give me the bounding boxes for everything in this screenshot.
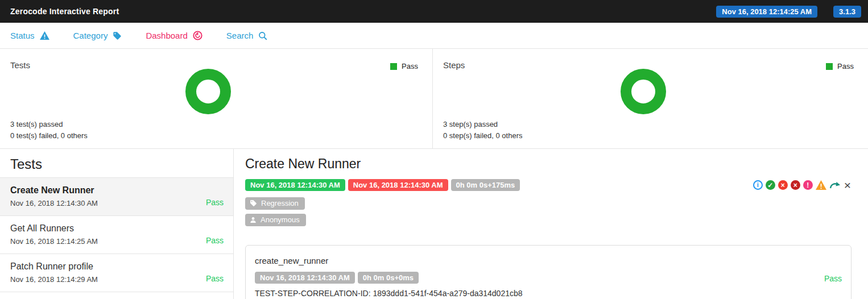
report-timestamp-badge: Nov 16, 2018 12:14:25 AM — [716, 6, 817, 18]
step-duration-badge: 0h 0m 0s+0ms — [358, 272, 419, 284]
step-badge-row: Nov 16, 2018 12:14:30 AM 0h 0m 0s+0ms — [255, 272, 842, 284]
error-circle-icon[interactable]: × — [791, 180, 800, 190]
tests-chart-title: Tests — [10, 60, 30, 70]
tests-list-title: Tests — [0, 149, 233, 178]
author-tag-line: Anonymous — [245, 214, 852, 226]
info-icon[interactable]: i — [753, 180, 763, 190]
legend-pass-swatch — [390, 63, 397, 70]
search-icon — [258, 31, 267, 40]
category-tag-line: Regression — [245, 197, 852, 210]
test-item-name: Get All Runners — [10, 223, 223, 234]
nav-dashboard-label: Dashboard — [146, 31, 187, 40]
test-item-status-badge: Pass — [206, 274, 224, 283]
version-badge: 3.1.3 — [833, 6, 861, 18]
nav-dashboard[interactable]: Dashboard — [146, 31, 202, 40]
step-time-badge: Nov 16, 2018 12:14:30 AM — [255, 272, 355, 284]
category-tag-label: Regression — [261, 199, 299, 207]
test-item-date: Nov 16, 2018 12:14:25 AM — [10, 237, 223, 246]
dashboard-gauge-icon — [193, 31, 202, 40]
detail-title: Create New Runner — [245, 156, 852, 172]
tests-chart-panel: Tests Pass 3 test(s) passed 0 test(s) fa… — [0, 49, 433, 148]
steps-passed-summary: 3 step(s) passed — [443, 119, 522, 130]
test-list-item-patch-runner-profile[interactable]: Patch Runner profile Nov 16, 2018 12:14:… — [0, 254, 233, 292]
steps-failed-summary: 0 step(s) failed, 0 others — [443, 130, 522, 142]
tag-icon — [113, 31, 122, 40]
steps-chart-panel: Steps Pass 3 step(s) passed 0 step(s) fa… — [433, 49, 868, 148]
exception-circle-icon[interactable]: ! — [803, 180, 813, 190]
detail-icon-toolbar: i ✓ × × ! × — [753, 180, 852, 190]
content-row: Tests Create New Runner Nov 16, 2018 12:… — [0, 149, 868, 299]
warning-triangle-icon — [40, 31, 49, 40]
test-item-name: Patch Runner profile — [10, 261, 223, 272]
steps-donut-chart[interactable] — [621, 69, 666, 114]
main-nav: Status Category Dashboard Search — [0, 23, 868, 49]
rerun-arrow-icon[interactable] — [829, 181, 841, 189]
fail-circle-icon[interactable]: × — [778, 180, 788, 190]
nav-search[interactable]: Search — [226, 31, 268, 40]
app-title: Zerocode Interactive Report — [10, 7, 119, 16]
steps-chart-title: Steps — [443, 60, 465, 70]
tests-chart-summary: 3 test(s) passed 0 test(s) failed, 0 oth… — [10, 119, 88, 142]
nav-status[interactable]: Status — [10, 31, 49, 40]
start-time-badge: Nov 16, 2018 12:14:30 AM — [245, 179, 345, 191]
test-item-date: Nov 16, 2018 12:14:29 AM — [10, 275, 223, 284]
tests-failed-summary: 0 test(s) failed, 0 others — [10, 130, 88, 142]
nav-search-label: Search — [226, 31, 254, 40]
test-detail-panel: Create New Runner Nov 16, 2018 12:14:30 … — [234, 149, 868, 299]
test-list-item-create-new-runner[interactable]: Create New Runner Nov 16, 2018 12:14:30 … — [0, 178, 233, 216]
test-item-date: Nov 16, 2018 12:14:30 AM — [10, 199, 223, 207]
step-name: create_new_runner — [255, 256, 842, 265]
pass-circle-icon[interactable]: ✓ — [766, 180, 775, 190]
end-time-badge: Nov 16, 2018 12:14:30 AM — [348, 179, 448, 191]
legend-pass-swatch — [826, 63, 833, 70]
charts-row: Tests Pass 3 test(s) passed 0 test(s) fa… — [0, 49, 868, 149]
test-item-status-badge: Pass — [206, 236, 224, 245]
top-header-right: Nov 16, 2018 12:14:25 AM 3.1.3 — [716, 6, 861, 18]
author-tag-label: Anonymous — [261, 215, 300, 224]
person-icon — [250, 217, 257, 223]
steps-chart-summary: 3 step(s) passed 0 step(s) failed, 0 oth… — [443, 119, 522, 142]
top-header-bar: Zerocode Interactive Report Nov 16, 2018… — [0, 0, 868, 23]
nav-status-label: Status — [10, 31, 35, 40]
author-tag-badge: Anonymous — [245, 214, 306, 226]
tag-icon — [250, 200, 257, 207]
nav-category[interactable]: Category — [73, 31, 122, 40]
step-card[interactable]: create_new_runner Nov 16, 2018 12:14:30 … — [245, 245, 852, 299]
warning-triangle-icon[interactable] — [816, 180, 826, 190]
tests-list-panel: Tests Create New Runner Nov 16, 2018 12:… — [0, 149, 234, 299]
step-correlation-id: TEST-STEP-CORRELATION-ID: 1893ddd1-541f-… — [255, 289, 842, 298]
tests-passed-summary: 3 test(s) passed — [10, 119, 88, 130]
category-tag-badge: Regression — [245, 197, 305, 210]
tests-chart-legend: Pass — [390, 62, 418, 70]
legend-pass-label: Pass — [402, 62, 418, 70]
test-item-status-badge: Pass — [206, 198, 224, 207]
step-status-badge: Pass — [824, 274, 842, 283]
test-item-name: Create New Runner — [10, 185, 223, 196]
tests-donut-chart[interactable] — [185, 69, 231, 114]
close-icon[interactable]: × — [844, 180, 852, 190]
detail-badge-row: Nov 16, 2018 12:14:30 AM Nov 16, 2018 12… — [245, 179, 852, 191]
duration-badge: 0h 0m 0s+175ms — [451, 179, 520, 191]
legend-pass-label: Pass — [837, 62, 854, 70]
test-list-item-get-all-runners[interactable]: Get All Runners Nov 16, 2018 12:14:25 AM… — [0, 216, 233, 254]
steps-chart-legend: Pass — [826, 62, 854, 70]
nav-category-label: Category — [73, 31, 108, 40]
